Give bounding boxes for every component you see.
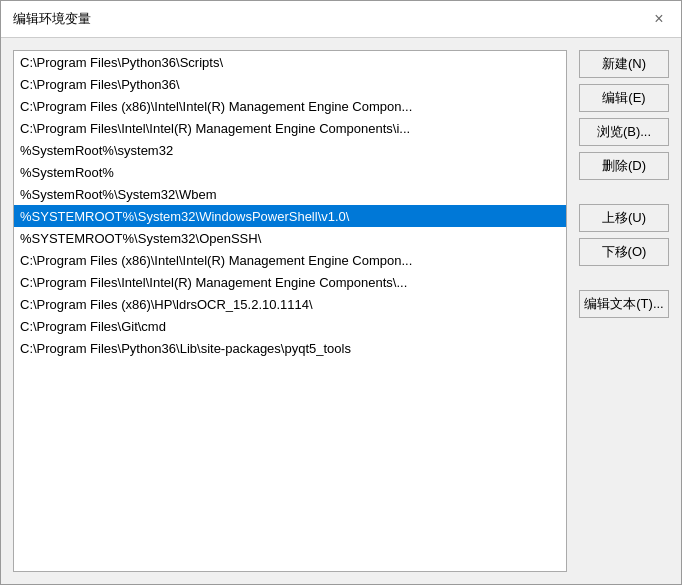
browse-button[interactable]: 浏览(B)... bbox=[579, 118, 669, 146]
close-button[interactable]: × bbox=[649, 9, 669, 29]
list-item[interactable]: C:\Program Files (x86)\Intel\Intel(R) Ma… bbox=[14, 249, 566, 271]
list-item[interactable]: %SystemRoot% bbox=[14, 161, 566, 183]
list-item[interactable]: C:\Program Files\Intel\Intel(R) Manageme… bbox=[14, 117, 566, 139]
edit-button[interactable]: 编辑(E) bbox=[579, 84, 669, 112]
buttons-panel: 新建(N) 编辑(E) 浏览(B)... 删除(D) 上移(U) 下移(O) 编… bbox=[579, 50, 669, 572]
list-item[interactable]: C:\Program Files\Python36\Lib\site-packa… bbox=[14, 337, 566, 359]
list-item[interactable]: C:\Program Files (x86)\Intel\Intel(R) Ma… bbox=[14, 95, 566, 117]
dialog-title: 编辑环境变量 bbox=[13, 10, 91, 28]
list-item[interactable]: %SystemRoot%\System32\Wbem bbox=[14, 183, 566, 205]
title-bar: 编辑环境变量 × bbox=[1, 1, 681, 38]
list-item[interactable]: %SYSTEMROOT%\System32\WindowsPowerShell\… bbox=[14, 205, 566, 227]
list-item[interactable]: C:\Program Files\Intel\Intel(R) Manageme… bbox=[14, 271, 566, 293]
edit-text-button[interactable]: 编辑文本(T)... bbox=[579, 290, 669, 318]
new-button[interactable]: 新建(N) bbox=[579, 50, 669, 78]
move-down-button[interactable]: 下移(O) bbox=[579, 238, 669, 266]
list-item[interactable]: C:\Program Files (x86)\HP\ldrsOCR_15.2.1… bbox=[14, 293, 566, 315]
edit-env-vars-dialog: 编辑环境变量 × C:\Program Files\Python36\Scrip… bbox=[0, 0, 682, 585]
move-up-button[interactable]: 上移(U) bbox=[579, 204, 669, 232]
list-item[interactable]: C:\Program Files\Python36\Scripts\ bbox=[14, 51, 566, 73]
list-empty-area bbox=[14, 359, 566, 571]
spacer2 bbox=[579, 272, 669, 284]
list-item[interactable]: %SystemRoot%\system32 bbox=[14, 139, 566, 161]
list-item[interactable]: C:\Program Files\Python36\ bbox=[14, 73, 566, 95]
list-item[interactable]: C:\Program Files\Git\cmd bbox=[14, 315, 566, 337]
dialog-content: C:\Program Files\Python36\Scripts\C:\Pro… bbox=[1, 38, 681, 584]
spacer1 bbox=[579, 186, 669, 198]
delete-button[interactable]: 删除(D) bbox=[579, 152, 669, 180]
list-item[interactable]: %SYSTEMROOT%\System32\OpenSSH\ bbox=[14, 227, 566, 249]
env-var-list[interactable]: C:\Program Files\Python36\Scripts\C:\Pro… bbox=[13, 50, 567, 572]
